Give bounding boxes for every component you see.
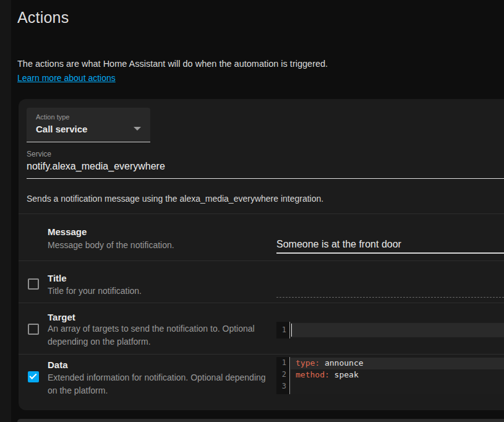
line-number: 1 <box>276 357 289 369</box>
dropdown-arrow-icon <box>134 127 141 131</box>
yaml-code-line: method: speak <box>291 369 504 381</box>
divider <box>19 303 504 303</box>
target-yaml-editor[interactable]: 1 <box>276 322 504 338</box>
yaml-key: method: <box>296 370 330 379</box>
yaml-key: type: <box>296 358 320 368</box>
service-input[interactable]: notify.alexa_media_everywhere <box>27 161 165 172</box>
divider <box>19 213 504 214</box>
data-field-label: Data <box>48 360 68 370</box>
title-input-disabled <box>276 297 504 298</box>
data-yaml-editor[interactable]: 1 2 3 type: announce method: speak <box>276 357 504 394</box>
data-editor-body[interactable]: type: announce method: speak <box>291 357 504 394</box>
text-cursor <box>291 324 292 337</box>
yaml-code-line: type: announce <box>291 357 504 369</box>
service-field-label: Service <box>27 150 51 158</box>
divider <box>19 354 504 355</box>
divider <box>19 261 504 261</box>
message-input[interactable]: Someone is at the front door <box>276 239 401 250</box>
active-line-highlight <box>291 323 504 337</box>
yaml-value: announce <box>320 358 363 368</box>
data-editor-gutter: 1 2 3 <box>276 357 290 394</box>
page-title: Actions <box>17 9 69 27</box>
page-left-gutter <box>0 0 11 422</box>
line-number: 2 <box>276 369 289 381</box>
next-card-top-edge <box>17 419 504 422</box>
message-field-description: Message body of the notification. <box>48 239 270 252</box>
action-type-label: Action type <box>36 113 69 121</box>
action-type-select[interactable]: Action type Call service <box>27 108 150 142</box>
yaml-value: speak <box>330 370 359 379</box>
checkmark-icon <box>29 372 36 379</box>
target-editor-gutter: 1 <box>276 322 290 338</box>
target-field-label: Target <box>48 312 75 322</box>
data-field-checkbox[interactable] <box>28 371 39 382</box>
page-title-text: Actions <box>17 9 69 26</box>
line-number: 3 <box>276 381 289 392</box>
yaml-code-line <box>291 381 504 392</box>
title-field-description: Title for your notification. <box>48 285 270 298</box>
learn-more-link[interactable]: Learn more about actions <box>17 73 116 83</box>
service-input-underline <box>27 178 504 179</box>
target-field-description: An array of targets to send the notifica… <box>48 322 270 348</box>
target-editor-body[interactable] <box>291 322 504 338</box>
action-card: Action type Call service Service notify.… <box>19 99 504 410</box>
service-description: Sends a notification message using the a… <box>27 194 323 204</box>
message-input-underline <box>276 252 504 254</box>
target-field-checkbox[interactable] <box>28 324 39 335</box>
title-field-checkbox[interactable] <box>28 278 39 290</box>
data-field-description: Extended information for notification. O… <box>48 371 270 397</box>
actions-intro-text: The actions are what Home Assistant will… <box>17 59 328 69</box>
title-field-label: Title <box>48 273 67 283</box>
line-number: 1 <box>276 322 289 338</box>
message-field-label: Message <box>48 226 87 237</box>
action-type-value: Call service <box>36 124 87 134</box>
